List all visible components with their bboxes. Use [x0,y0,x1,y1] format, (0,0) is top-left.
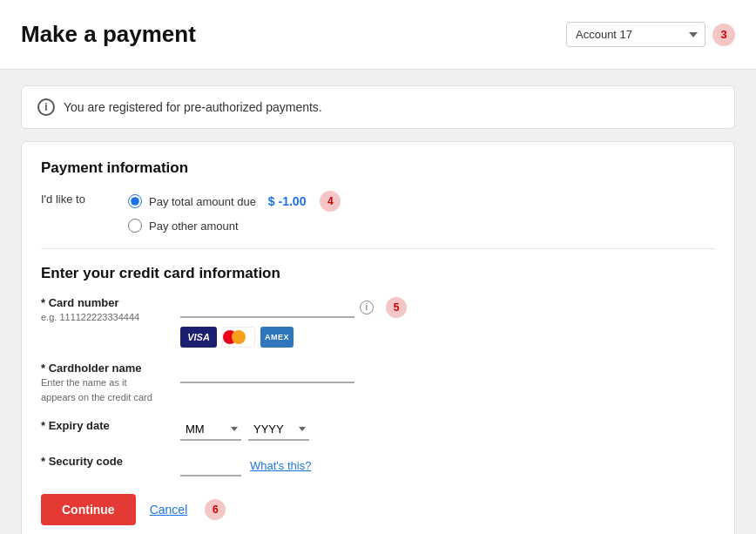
card-number-input[interactable] [180,296,354,318]
radio-total[interactable] [128,194,142,208]
page-wrapper: Make a payment Account 17 3 i You are re… [0,0,756,534]
expiry-label-col: * Expiry date [41,419,163,432]
security-label: * Security code [41,455,163,468]
payment-row-label: I'd like to [41,191,111,206]
continue-button[interactable]: Continue [41,494,136,525]
payment-row: I'd like to Pay total amount due $ -1.00… [41,191,715,233]
card-number-example: e.g. 111122223334444 [41,312,139,322]
account-select[interactable]: Account 17 [566,22,705,47]
cancel-button[interactable]: Cancel [150,494,188,525]
expiry-row: MM 01 02 03 04 05 06 07 08 09 10 [180,419,715,441]
expiry-label: * Expiry date [41,419,163,432]
radio-total-label: Pay total amount due [149,195,256,208]
security-label-col: * Security code [41,455,163,468]
info-text: You are registered for pre-authorized pa… [64,100,322,114]
header-step-badge: 3 [712,24,735,46]
info-banner: i You are registered for pre-authorized … [21,85,735,129]
expiry-yyyy-select[interactable]: YYYY 2024 2025 2026 2027 2028 [248,419,309,441]
amex-icon: AMEX [260,327,294,348]
mc-circle-orange [232,330,246,344]
card-info-icon[interactable]: i [360,301,374,314]
security-input-col: What's this? [180,455,715,477]
card-number-group: * Card number e.g. 111122223334444 i 5 V… [41,296,715,348]
radio-other-label: Pay other amount [149,220,239,233]
buttons-step-badge: 6 [205,499,226,520]
card-number-label: * Card number [41,296,163,309]
cardholder-label-col: * Cardholder name Enter the name as it a… [41,362,163,405]
whats-this-link[interactable]: What's this? [250,459,311,472]
main-content: i You are registered for pre-authorized … [0,70,756,534]
radio-other[interactable] [128,219,142,233]
payment-step-badge: 4 [320,191,341,212]
cc-step-badge: 5 [386,297,407,318]
cc-section: Enter your credit card information * Car… [41,265,715,525]
expiry-input-col: MM 01 02 03 04 05 06 07 08 09 10 [180,419,715,441]
expiry-mm-select[interactable]: MM 01 02 03 04 05 06 07 08 09 10 [180,419,241,441]
amount-value: $ -1.00 [268,194,307,208]
security-row: What's this? [180,455,715,477]
cardholder-input[interactable] [180,362,354,383]
expiry-group: * Expiry date MM 01 02 03 04 05 06 [41,419,715,441]
security-group: * Security code What's this? [41,455,715,477]
cardholder-group: * Cardholder name Enter the name as it a… [41,362,715,405]
radio-options: Pay total amount due $ -1.00 4 Pay other… [128,191,341,233]
payment-info-title: Payment information [41,159,715,177]
card-number-input-col: i 5 VISA AMEX [180,296,715,348]
cc-section-title: Enter your credit card information [41,265,715,282]
page-header: Make a payment Account 17 3 [0,0,756,70]
radio-option-total[interactable]: Pay total amount due $ -1.00 4 [128,191,341,212]
mastercard-icon [222,327,255,348]
button-row: Continue Cancel 6 [41,494,715,525]
cardholder-sublabel: Enter the name as it appears on the cred… [41,377,152,402]
cardholder-input-col [180,362,715,383]
payment-card: Payment information I'd like to Pay tota… [21,141,735,534]
account-selector-wrapper: Account 17 3 [566,22,735,47]
security-code-input[interactable] [180,455,241,477]
radio-option-other[interactable]: Pay other amount [128,219,341,233]
card-number-wrapper: i 5 [180,296,715,318]
visa-icon: VISA [180,327,217,348]
page-title: Make a payment [21,21,196,48]
cardholder-label: * Cardholder name [41,362,163,375]
card-number-label-col: * Card number e.g. 111122223334444 [41,296,163,324]
info-icon: i [37,98,55,116]
card-icons: VISA AMEX [180,327,715,348]
payment-info-section: Payment information I'd like to Pay tota… [41,159,715,249]
